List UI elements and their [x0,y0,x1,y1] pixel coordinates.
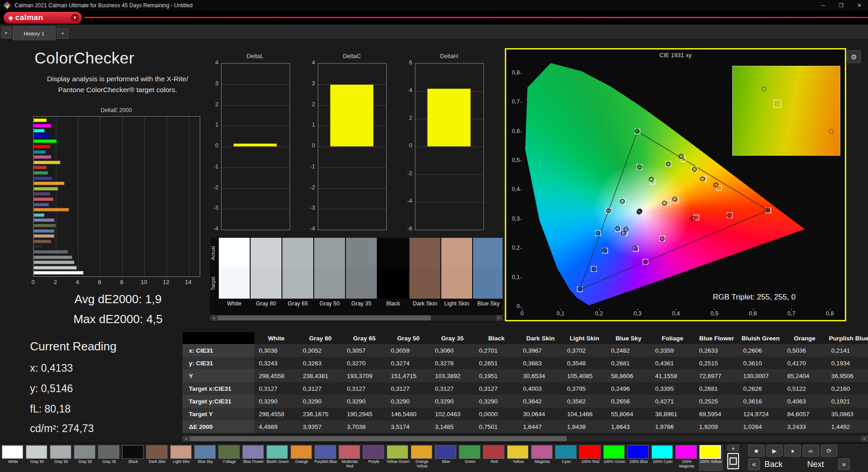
inset-target-point [774,100,781,108]
pattern-swatch [435,445,456,459]
gridline [78,117,79,276]
pattern-button-orange-yellow[interactable]: Orange Yellow [410,445,434,471]
tab-history-1[interactable]: History 1 [13,26,55,40]
pattern-button-blue-sky[interactable]: Blue Sky [193,445,217,471]
cie-y-tick [520,161,522,161]
measured-point [607,209,611,213]
pattern-button-100-cyan[interactable]: 100% Cyan [651,445,675,471]
table-cell: 4,4989 [254,420,298,433]
next-button[interactable]: Next [807,460,824,469]
pattern-button-blue-flower[interactable]: Blue Flower [242,445,266,471]
table-cell: 0,3683 [518,357,562,369]
pattern-button-gray-65[interactable]: Gray 65 [49,445,73,471]
swatch-label: Gray 80 [251,300,281,307]
minimize-icon[interactable]: ─ [814,0,832,11]
play-button[interactable]: ▶ [766,445,783,457]
pattern-swatch [266,445,288,459]
swatch-column-gray-35: Gray 35 [346,238,377,299]
y-tick-label: 1 [204,122,218,128]
pattern-button-orange[interactable]: Orange [290,445,314,471]
table-cell: 0,3270 [342,357,386,369]
cie-y-tick-label: 0,6 [507,128,520,134]
pattern-label: Black [121,460,145,464]
pattern-button-dark-skin[interactable]: Dark Skin [145,445,169,471]
scroll-thumb[interactable] [217,315,431,320]
pattern-scroll-up-icon[interactable]: ▲ [727,445,739,451]
scroll-thumb[interactable] [190,436,567,441]
stop-button[interactable]: ■ [748,445,764,457]
pattern-label: Cyan [554,460,578,464]
pattern-swatch [700,445,721,459]
pattern-button-cyan[interactable]: Cyan [554,445,578,471]
cie-y-tick-label: 0,2 [507,245,520,251]
close-icon[interactable]: ✕ [851,0,868,11]
pattern-button-gray-80[interactable]: Gray 80 [25,445,49,471]
pattern-button-bluish-green[interactable]: Bluish Green [266,445,290,471]
pattern-swatch [676,445,697,459]
add-tab-button[interactable]: + [57,29,68,39]
pattern-button-100-magenta[interactable]: 100% Magenta [675,445,699,471]
table-cell: 0,3127 [474,382,518,395]
record-button[interactable]: ● [784,445,801,457]
pattern-button-light-skin[interactable]: Light Skin [169,445,193,471]
pattern-button-foliage[interactable]: Foliage [217,445,242,471]
swatch-strip-scrollbar[interactable]: ◂▸ [210,315,503,321]
gridline [122,117,123,276]
scroll-right-icon[interactable]: ▸ [496,315,503,321]
measured-point [635,129,639,133]
pattern-button-100-red[interactable]: 100% Red [578,445,602,471]
swatch-column-black: Black [378,238,409,299]
cie-x-tick [753,309,754,310]
pattern-button-blue[interactable]: Blue [434,445,458,471]
table-cell: 0,3127 [342,382,386,395]
pattern-button-red[interactable]: Red [482,445,506,471]
scroll-left-icon[interactable]: ◂ [210,315,217,321]
title-bar: Calman 2021 Calman Ultimate for Business… [0,0,868,11]
measured-point [616,226,620,231]
calman-app-window: Calman 2021 Calman Ultimate for Business… [0,0,868,472]
pattern-button-magenta[interactable]: Magenta [530,445,554,471]
pattern-button-100-blue[interactable]: 100% Blue [626,445,651,471]
pattern-button-100-yellow[interactable]: 100% Yellow [699,445,723,471]
pattern-swatch [218,445,240,459]
loop-button[interactable]: ∞ [803,445,819,457]
logo-dropdown-icon[interactable]: ▼ [71,14,79,22]
gear-icon[interactable]: ⚙ [847,50,861,63]
pattern-button-gray-35[interactable]: Gray 35 [97,445,121,471]
pattern-button-moderate-red[interactable]: Moderate Red [338,445,362,471]
table-cell: 0,2681 [695,382,739,395]
x-tick-label: 8 [116,279,127,285]
scroll-right-icon[interactable]: ▸ [861,436,868,442]
scroll-left-icon[interactable]: ◂ [182,436,189,442]
pattern-button-yellow-green[interactable]: Yellow Green [386,445,410,471]
pattern-button-100-green[interactable]: 100% Green [602,445,626,471]
pattern-button-gray-50[interactable]: Gray 50 [73,445,97,471]
maximize-icon[interactable]: ❒ [833,0,850,11]
back-chevron-icon[interactable]: « [748,458,760,470]
cie-y-tick-label: 0,5 [507,157,520,163]
table-row: Target x:CIE310,31270,31270,31270,31270,… [182,382,868,395]
history-panel-toggle[interactable]: ▸ [2,27,11,38]
pattern-button-purple[interactable]: Purple [362,445,386,471]
calman-logo-menu[interactable]: ◈ calman ▼ [4,12,82,24]
table-cell: 0,4361 [651,357,695,369]
pattern-button-purplish-blue[interactable]: Purplish Blue [314,445,338,471]
table-cell: 0,3290 [254,395,298,408]
pattern-button-black[interactable]: Black [121,445,145,471]
pattern-button-green[interactable]: Green [458,445,482,471]
deltal-chart [221,63,290,230]
table-scrollbar[interactable]: ◂▸ [182,436,868,442]
pattern-button-white[interactable]: White [1,445,25,471]
refresh-button[interactable]: ⟳ [821,445,837,457]
deltae-bar-chart [33,116,200,277]
swatch-column-gray-80: Gray 80 [251,238,281,299]
actual-row-label: Actual [210,238,218,268]
swatch-column-gray-65: Gray 65 [282,238,313,299]
back-button[interactable]: Back [764,460,783,469]
table-cell: 0,0000 [474,408,518,420]
pattern-window-button[interactable] [727,453,739,469]
next-chevron-icon[interactable]: » [838,458,850,470]
pattern-button-yellow[interactable]: Yellow [506,445,530,471]
cie-chart-title: CIE 1931 xy [506,52,845,59]
x-tick-label: 2 [50,279,61,285]
